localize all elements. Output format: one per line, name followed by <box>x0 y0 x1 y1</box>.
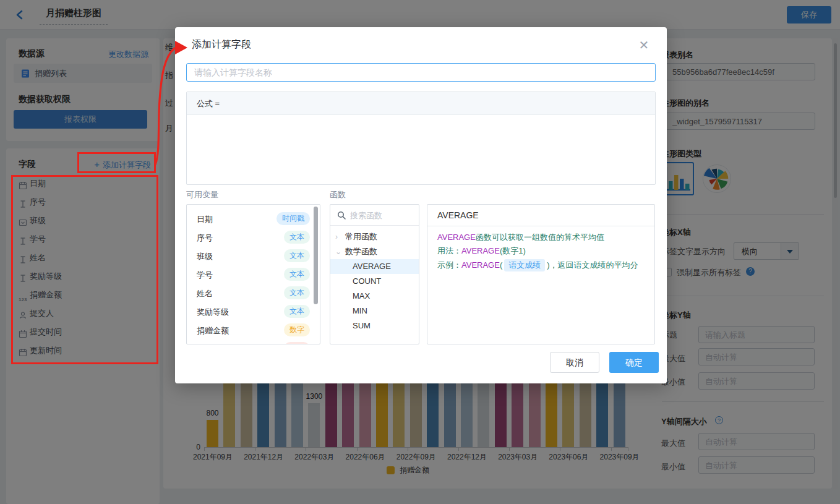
variable-name: 提交人 <box>197 344 221 344</box>
variable-item[interactable]: 姓名文本 <box>187 284 320 302</box>
functions-panel: ›常用函数⌄数学函数AVERAGECOUNTMAXMINSUM <box>330 204 419 344</box>
function-group[interactable]: ›常用函数 <box>330 229 419 244</box>
example-field-chip: 语文成绩 <box>504 259 545 271</box>
variable-item[interactable]: 班级文本 <box>187 247 320 265</box>
variable-name: 奖励等级 <box>197 307 229 318</box>
variable-type-badge: 文本 <box>284 305 310 318</box>
function-description: AVERAGE函数可以获取一组数值的算术平均值 <box>437 232 604 243</box>
variable-type-badge: 文本 <box>284 286 310 299</box>
variables-panel: 日期时间戳序号文本班级文本学号文本姓名文本奖励等级文本捐赠金额数字提交人成员 <box>186 204 320 344</box>
variables-list: 日期时间戳序号文本班级文本学号文本姓名文本奖励等级文本捐赠金额数字提交人成员 <box>187 205 320 344</box>
cancel-button[interactable]: 取消 <box>550 352 599 373</box>
function-tree: ›常用函数⌄数学函数AVERAGECOUNTMAXMINSUM <box>330 226 419 333</box>
variable-name: 班级 <box>197 251 213 262</box>
function-example: 示例：AVERAGE(语文成绩)，返回语文成绩的平均分 <box>437 259 638 271</box>
function-item[interactable]: MIN <box>330 304 419 318</box>
variable-type-badge: 文本 <box>284 249 310 262</box>
variable-item[interactable]: 日期时间戳 <box>187 210 320 228</box>
function-group-label: 数学函数 <box>345 244 377 259</box>
function-group[interactable]: ⌄数学函数 <box>330 244 419 259</box>
variable-item[interactable]: 捐赠金额数字 <box>187 321 320 340</box>
variable-item[interactable]: 学号文本 <box>187 265 320 284</box>
app-window: 月捐赠柱形图 保存 数据源 更改数据源 捐赠列表 数据获取权限 报表权限 字段 … <box>0 0 840 504</box>
variable-name: 姓名 <box>197 288 213 299</box>
confirm-button[interactable]: 确定 <box>609 352 659 373</box>
function-search <box>330 205 419 226</box>
variable-item[interactable]: 提交人成员 <box>187 340 320 344</box>
variable-type-badge: 时间戳 <box>276 212 310 225</box>
calc-field-name-input[interactable] <box>186 63 656 82</box>
formula-label: 公式 = <box>187 92 655 115</box>
variable-type-badge: 文本 <box>284 231 310 244</box>
variable-type-badge: 数字 <box>284 323 310 336</box>
variable-item[interactable]: 奖励等级文本 <box>187 302 320 321</box>
variables-scrollbar[interactable] <box>314 207 318 304</box>
variable-type-badge: 文本 <box>284 268 310 281</box>
variable-name: 日期 <box>197 214 213 225</box>
function-usage: 用法：AVERAGE(数字1) <box>437 246 526 257</box>
function-item[interactable]: MAX <box>330 289 419 304</box>
dialog-title: 添加计算字段 <box>192 38 251 51</box>
variable-type-badge: 成员 <box>284 342 310 344</box>
function-item[interactable]: SUM <box>330 318 419 333</box>
variable-name: 序号 <box>197 233 213 244</box>
function-search-input[interactable] <box>350 208 415 222</box>
function-item[interactable]: AVERAGE <box>330 259 419 274</box>
function-detail-panel: AVERAGE AVERAGE函数可以获取一组数值的算术平均值 用法：AVERA… <box>427 204 655 344</box>
function-group-label: 常用函数 <box>345 229 377 244</box>
variable-item[interactable]: 序号文本 <box>187 228 320 247</box>
variable-name: 捐赠金额 <box>197 325 229 336</box>
chevron-right-icon[interactable]: › <box>335 229 338 244</box>
variable-name: 学号 <box>197 270 213 281</box>
function-item[interactable]: COUNT <box>330 274 419 289</box>
chevron-down-icon[interactable]: ⌄ <box>335 244 341 259</box>
add-calc-field-dialog: 添加计算字段 ✕ 公式 = 可用变量 函数 日期时间戳序号文本班级文本学号文本姓… <box>175 27 667 383</box>
close-icon[interactable]: ✕ <box>637 38 651 52</box>
function-detail-title: AVERAGE <box>427 205 654 226</box>
functions-title: 函数 <box>330 189 346 200</box>
variables-title: 可用变量 <box>186 189 218 200</box>
formula-editor[interactable]: 公式 = <box>186 92 656 185</box>
